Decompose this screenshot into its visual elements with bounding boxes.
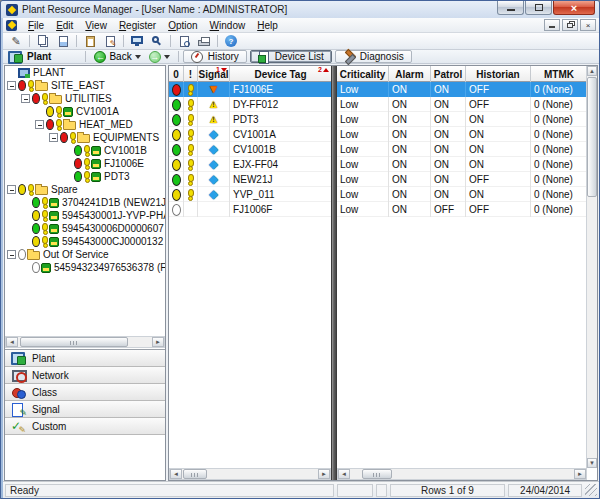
back-button[interactable]: ← Back — [90, 50, 144, 63]
scroll-left-icon[interactable]: ◄ — [170, 469, 182, 479]
column-header-alert[interactable]: ! — [184, 66, 198, 82]
scroll-thumb[interactable] — [362, 469, 392, 479]
print-preview-button[interactable] — [174, 34, 194, 49]
menu-item[interactable]: Window — [204, 19, 252, 32]
tree-node[interactable]: EQUIPMENTS — [5, 131, 165, 144]
title-bar[interactable]: Plant Resource Manager - [User Name : AD… — [1, 1, 599, 18]
tree-node[interactable]: HEAT_MED — [5, 118, 165, 131]
copy-icon — [38, 35, 46, 45]
table-row[interactable]: CV1001B Low ON ON ON 0 (None) — [169, 142, 587, 157]
tree-expander-icon[interactable] — [7, 81, 16, 90]
scroll-thumb[interactable] — [183, 469, 207, 479]
column-header-historian[interactable]: Historian — [466, 66, 531, 82]
table-row[interactable]: FJ1006F Low ON OFF OFF 0 (None) — [169, 202, 587, 217]
column-header-device-tag[interactable]: Device Tag 2 — [230, 66, 331, 82]
table-row[interactable]: EJX-FF04 Low ON ON ON 0 (None) — [169, 157, 587, 172]
maximize-button[interactable] — [525, 1, 552, 15]
tree-node[interactable]: 594543000CJ0000132 (EJX-FF04) — [5, 235, 165, 248]
table-row[interactable]: FJ1006E Low ON ON OFF 0 (None) — [169, 82, 587, 97]
view-button[interactable]: Custom — [5, 418, 165, 435]
menu-item[interactable]: View — [79, 19, 113, 32]
resize-grip[interactable] — [585, 484, 597, 496]
scroll-down-icon[interactable]: ▼ — [587, 458, 597, 468]
scroll-left-icon[interactable]: ◄ — [6, 337, 18, 347]
table-row[interactable]: DY-FF012 Low ON ON OFF 0 (None) — [169, 97, 587, 112]
table-horizontal-scrollbar[interactable]: ◄ ► — [337, 468, 587, 480]
view-button[interactable]: Plant — [5, 350, 165, 367]
mdi-close-button[interactable]: × — [580, 19, 596, 31]
mdi-document-icon[interactable] — [6, 20, 17, 31]
node-icon — [91, 172, 101, 182]
paste-button[interactable] — [80, 34, 100, 49]
historian-cell: ON — [466, 127, 531, 142]
tree-node[interactable]: CV1001A — [5, 105, 165, 118]
scroll-up-icon[interactable]: ▲ — [587, 66, 597, 76]
table-row[interactable]: CV1001A Low ON ON ON 0 (None) — [169, 127, 587, 142]
menu-item[interactable]: Register — [113, 19, 162, 32]
scroll-thumb[interactable] — [20, 337, 128, 347]
scroll-right-icon[interactable]: ► — [152, 337, 164, 347]
forward-dropdown-icon[interactable] — [164, 55, 170, 59]
navbar-tab[interactable]: History — [183, 50, 247, 63]
help-button[interactable]: ? — [221, 34, 241, 49]
view-button[interactable]: Signal — [5, 401, 165, 418]
tree-node[interactable]: Out Of Service — [5, 248, 165, 261]
alert-cell — [184, 157, 198, 172]
tree-node[interactable]: CV1001B — [5, 144, 165, 157]
navbar-tab[interactable]: Diagnosis — [335, 50, 412, 63]
tree-node[interactable]: UTILITIES — [5, 92, 165, 105]
tree-expander-icon[interactable] — [35, 120, 44, 129]
menu-item[interactable]: File — [22, 19, 50, 32]
tree-node[interactable]: PLANT — [5, 66, 165, 79]
monitor-button[interactable] — [127, 34, 147, 49]
scroll-left-icon[interactable]: ◄ — [338, 469, 350, 479]
toolbar: ✎ ? — [3, 33, 599, 50]
view-button[interactable]: Network — [5, 367, 165, 384]
tree-expander-icon[interactable] — [21, 94, 30, 103]
tree-node[interactable]: SITE_EAST — [5, 79, 165, 92]
view-button[interactable]: Class — [5, 384, 165, 401]
print-button[interactable] — [194, 34, 214, 49]
tree-expander-icon[interactable] — [7, 250, 16, 259]
menu-item[interactable]: Option — [162, 19, 203, 32]
menu-item[interactable]: Help — [251, 19, 284, 32]
scroll-right-icon[interactable]: ► — [318, 469, 330, 479]
tree-node[interactable]: 3704241D1B (NEW21J) — [5, 196, 165, 209]
mdi-minimize-button[interactable] — [544, 19, 560, 31]
close-button[interactable]: × — [553, 1, 595, 15]
column-header-signal[interactable]: Signal 1 — [198, 66, 230, 82]
tree-node[interactable]: 545943234976536378 (FJ1006F) — [5, 261, 165, 274]
column-header-alarm[interactable]: Alarm — [389, 66, 431, 82]
mdi-restore-button[interactable] — [562, 19, 578, 31]
scroll-right-icon[interactable]: ► — [574, 469, 586, 479]
back-dropdown-icon[interactable] — [135, 55, 141, 59]
scroll-thumb[interactable] — [587, 77, 597, 197]
tree-horizontal-scrollbar[interactable]: ◄ ► — [5, 336, 165, 348]
tree-node[interactable]: PDT3 — [5, 170, 165, 183]
frozen-pane-splitter[interactable] — [331, 66, 337, 480]
column-header-patrol[interactable]: Patrol — [431, 66, 466, 82]
pen-tool-button[interactable]: ✎ — [6, 34, 26, 49]
edit-document-button[interactable] — [100, 34, 120, 49]
frozen-pane-horizontal-scrollbar[interactable]: ◄ ► — [169, 468, 331, 480]
column-header-mtmk[interactable]: MTMK — [531, 66, 587, 82]
tree-node[interactable]: Spare — [5, 183, 165, 196]
tree-node[interactable]: 5945430006D0000607 (DY-FF012) — [5, 222, 165, 235]
menu-item[interactable]: Edit — [50, 19, 79, 32]
copy-button[interactable] — [33, 34, 53, 49]
tree-expander-icon[interactable] — [49, 133, 58, 142]
table-row[interactable]: YVP_011 Low ON ON ON 0 (None) — [169, 187, 587, 202]
table-vertical-scrollbar[interactable]: ▲ ▼ — [586, 66, 597, 468]
navbar-tab[interactable]: Device List — [250, 50, 332, 63]
column-header-status[interactable]: 0 — [169, 66, 184, 82]
tree-node[interactable]: 5945430001J-YVP-PHASE2-TEST ( — [5, 209, 165, 222]
table-row[interactable]: NEW21J Low ON ON OFF 0 (None) — [169, 172, 587, 187]
tree-expander-icon[interactable] — [7, 185, 16, 194]
minimize-button[interactable] — [497, 1, 524, 15]
tree-node[interactable]: FJ1006E — [5, 157, 165, 170]
forward-button[interactable]: → — [145, 50, 174, 63]
column-header-criticality[interactable]: Criticality — [337, 66, 389, 82]
table-row[interactable]: PDT3 Low ON ON ON 0 (None) — [169, 112, 587, 127]
save-button[interactable] — [53, 34, 73, 49]
search-button[interactable] — [147, 34, 167, 49]
